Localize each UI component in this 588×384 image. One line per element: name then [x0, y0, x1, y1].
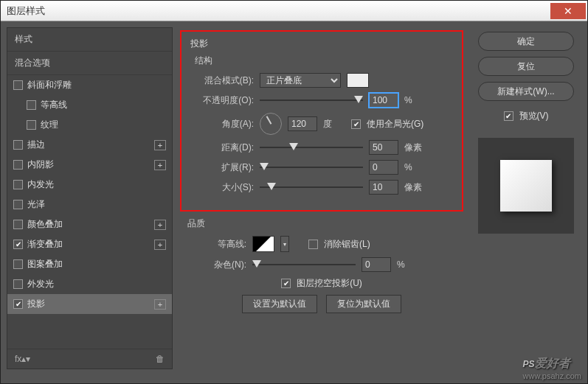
antialias-checkbox[interactable] — [308, 240, 318, 249]
sidebar-item-inner-glow[interactable]: 内发光 — [7, 175, 172, 195]
dialog-title: 图层样式 — [7, 4, 45, 18]
sidebar-item-texture[interactable]: 纹理 — [7, 115, 172, 135]
unit-label: % — [404, 162, 426, 172]
checkbox-icon[interactable] — [13, 160, 23, 170]
style-list-sidebar: 样式 混合选项 斜面和浮雕 等高线 纹理 描边+ 内阴影+ 内发光 光泽 颜色叠… — [7, 27, 173, 369]
size-label: 大小(S): — [187, 181, 254, 194]
checkbox-icon[interactable] — [13, 140, 23, 150]
sidebar-item-satin[interactable]: 光泽 — [7, 195, 172, 214]
checkbox-icon[interactable] — [13, 279, 23, 289]
angle-label: 角度(A): — [187, 118, 254, 130]
sidebar-item-stroke[interactable]: 描边+ — [7, 135, 172, 155]
structure-title: 结构 — [195, 55, 456, 67]
noise-label: 杂色(N): — [180, 259, 246, 271]
add-icon[interactable]: + — [154, 220, 166, 230]
trash-icon[interactable]: 🗑 — [156, 354, 165, 364]
angle-dial[interactable] — [260, 113, 282, 135]
preview-label: 预览(V) — [519, 110, 549, 122]
cancel-button[interactable]: 复位 — [478, 57, 574, 76]
opacity-label: 不透明度(O): — [187, 94, 254, 107]
knockout-checkbox[interactable] — [281, 279, 291, 288]
preview-swatch — [500, 160, 552, 212]
quality-title: 品质 — [187, 217, 463, 230]
size-input[interactable] — [369, 180, 398, 195]
arrow-down-icon[interactable]: ▾ — [26, 354, 30, 364]
new-style-button[interactable]: 新建样式(W)... — [478, 82, 574, 101]
distance-input[interactable] — [369, 140, 398, 155]
sidebar-item-contour[interactable]: 等高线 — [7, 95, 172, 115]
checkbox-icon[interactable] — [13, 240, 23, 249]
global-light-checkbox[interactable] — [351, 119, 361, 129]
antialias-label: 消除锯齿(L) — [324, 238, 370, 251]
checkbox-icon[interactable] — [13, 299, 23, 309]
spread-label: 扩展(R): — [187, 161, 254, 174]
spread-input[interactable] — [369, 160, 398, 175]
knockout-label: 图层挖空投影(U) — [297, 277, 362, 290]
close-button[interactable]: ✕ — [550, 3, 586, 19]
preview-box — [478, 138, 574, 234]
opacity-slider[interactable] — [260, 95, 363, 105]
contour-label: 等高线: — [180, 238, 246, 251]
sidebar-item-gradient-overlay[interactable]: 渐变叠加+ — [7, 234, 172, 254]
unit-label: % — [397, 259, 419, 270]
sidebar-item-drop-shadow[interactable]: 投影+ — [7, 294, 172, 314]
preview-checkbox[interactable] — [504, 111, 513, 121]
opacity-input[interactable] — [369, 93, 398, 108]
unit-label: 像素 — [404, 181, 426, 194]
global-light-label: 使用全局光(G) — [367, 118, 423, 130]
unit-label: 像素 — [404, 142, 426, 154]
distance-slider[interactable] — [260, 142, 363, 153]
section-title: 投影 — [190, 38, 456, 50]
blend-mode-label: 混合模式(B): — [187, 74, 254, 87]
reset-default-button[interactable]: 复位为默认值 — [326, 295, 401, 313]
checkbox-icon[interactable] — [13, 180, 23, 189]
checkbox-icon[interactable] — [27, 100, 36, 110]
sidebar-footer: fx ▴ ▾ 🗑 — [7, 349, 172, 369]
add-icon[interactable]: + — [154, 160, 166, 170]
sidebar-header-styles[interactable]: 样式 — [7, 28, 172, 52]
checkbox-icon[interactable] — [13, 80, 23, 90]
checkbox-icon[interactable] — [13, 259, 23, 269]
unit-label: % — [404, 95, 426, 105]
watermark: PS爱好者 www.psahz.com — [523, 354, 581, 380]
checkbox-icon[interactable] — [13, 220, 23, 229]
sidebar-item-pattern-overlay[interactable]: 图案叠加 — [7, 254, 172, 274]
size-slider[interactable] — [260, 182, 363, 192]
noise-slider[interactable] — [252, 259, 356, 270]
add-icon[interactable]: + — [154, 299, 166, 310]
sidebar-item-outer-glow[interactable]: 外发光 — [7, 274, 172, 294]
sidebar-item-inner-shadow[interactable]: 内阴影+ — [7, 155, 172, 175]
sidebar-item-color-overlay[interactable]: 颜色叠加+ — [7, 214, 172, 234]
set-default-button[interactable]: 设置为默认值 — [242, 295, 317, 313]
distance-label: 距离(D): — [187, 142, 254, 154]
titlebar: 图层样式 ✕ — [1, 1, 587, 21]
spread-slider[interactable] — [260, 162, 363, 172]
ok-button[interactable]: 确定 — [478, 32, 574, 51]
add-icon[interactable]: + — [154, 240, 166, 250]
color-swatch[interactable] — [347, 73, 369, 88]
checkbox-icon[interactable] — [27, 120, 36, 130]
sidebar-item-bevel[interactable]: 斜面和浮雕 — [7, 75, 172, 95]
angle-input[interactable] — [288, 116, 317, 131]
fx-menu[interactable]: fx — [15, 354, 21, 364]
add-icon[interactable]: + — [154, 140, 166, 150]
highlight-box: 投影 结构 混合模式(B): 正片叠底 不透明度(O): % 角度(A): — [180, 30, 463, 212]
unit-label: 度 — [323, 118, 345, 130]
chevron-down-icon[interactable]: ▾ — [280, 236, 289, 252]
contour-swatch[interactable] — [252, 236, 274, 252]
layer-style-dialog: 图层样式 ✕ 样式 混合选项 斜面和浮雕 等高线 纹理 描边+ 内阴影+ 内发光… — [0, 0, 588, 384]
sidebar-header-blend[interactable]: 混合选项 — [7, 52, 172, 75]
settings-panel: 投影 结构 混合模式(B): 正片叠底 不透明度(O): % 角度(A): — [173, 27, 471, 369]
noise-input[interactable] — [362, 257, 391, 272]
right-panel: 确定 复位 新建样式(W)... 预览(V) — [471, 27, 581, 369]
checkbox-icon[interactable] — [13, 200, 23, 209]
blend-mode-select[interactable]: 正片叠底 — [260, 73, 341, 88]
